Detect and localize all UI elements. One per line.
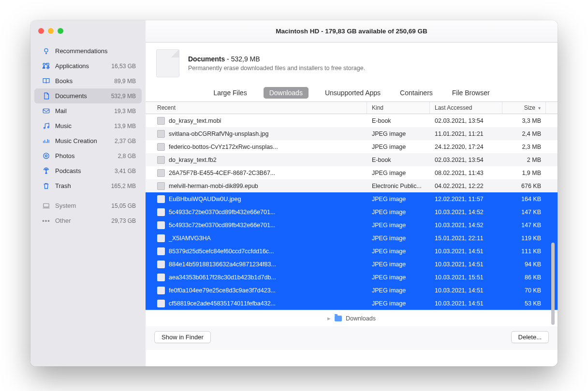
table-row[interactable]: federico-bottos-CvYz172xRwc-unsplas...JP… xyxy=(146,140,558,153)
table-row[interactable]: cf58819ce2ade45835174011fefba432...JPEG … xyxy=(146,297,558,310)
file-size: 2,4 MB xyxy=(502,130,546,137)
view-tabs: Large Files Downloads Unsupported Apps C… xyxy=(146,84,558,101)
mail-icon xyxy=(42,107,50,115)
sidebar-item-mail[interactable]: Mail19,3 MB xyxy=(34,103,142,118)
column-kind[interactable]: Kind xyxy=(367,102,430,114)
path-folder[interactable]: Downloads xyxy=(346,315,376,322)
table-row[interactable]: 5c4933c72be0370cd89fb432e66e701...JPEG i… xyxy=(146,218,558,232)
file-last-accessed: 02.03.2021, 13:54 xyxy=(430,117,502,124)
sidebar-item-label: Recommendations xyxy=(55,47,131,55)
file-last-accessed: 24.12.2020, 17:24 xyxy=(430,144,502,150)
zoom-window-button[interactable] xyxy=(58,28,63,34)
table-row[interactable]: fe0f0a104ee79e25ce8d3c9ae3f7d423...JPEG … xyxy=(146,284,558,297)
tab-large-files[interactable]: Large Files xyxy=(210,87,250,99)
music-icon xyxy=(42,122,50,130)
file-name: cf58819ce2ade45835174011fefba432... xyxy=(169,300,276,307)
file-size: 147 KB xyxy=(502,222,546,229)
table-row[interactable]: do_krasy_text.fb2E-book02.03.2021, 13:54… xyxy=(146,153,558,166)
sidebar-item-books[interactable]: Books89,9 MB xyxy=(34,73,142,88)
svg-point-5 xyxy=(47,127,49,128)
sidebar: RecommendationsApplications16,53 GBBooks… xyxy=(30,20,146,366)
file-name: fe0f0a104ee79e25ce8d3c9ae3f7d423... xyxy=(169,287,276,294)
file-last-accessed: 02.03.2021, 13:54 xyxy=(430,157,502,163)
footer-toolbar: Show in Finder Delete... xyxy=(146,326,558,350)
file-size: 1,9 MB xyxy=(502,170,546,176)
tab-downloads[interactable]: Downloads xyxy=(264,87,309,99)
sidebar-item-size: 16,53 GB xyxy=(111,63,136,70)
file-thumbnail-icon xyxy=(157,261,165,268)
tab-containers[interactable]: Containers xyxy=(397,87,436,99)
file-thumbnail-icon xyxy=(157,182,165,190)
sidebar-categories: RecommendationsApplications16,53 GBBooks… xyxy=(30,43,146,193)
table-row[interactable]: melvill-herman-mobi-dik899.epubElectroni… xyxy=(146,179,558,192)
file-thumbnail-icon xyxy=(157,195,165,203)
file-thumbnail-icon xyxy=(157,274,165,281)
close-window-button[interactable] xyxy=(38,28,44,34)
file-size: 111 KB xyxy=(502,248,546,255)
photos-icon xyxy=(42,152,50,160)
sidebar-item-size: 15,05 GB xyxy=(111,203,136,209)
garage-icon xyxy=(42,137,50,145)
sidebar-item-podcasts[interactable]: Podcasts3,41 GB xyxy=(34,163,142,178)
show-in-finder-button[interactable]: Show in Finder xyxy=(154,331,211,343)
path-bar: ▸ Downloads xyxy=(146,310,558,326)
file-kind: JPEG image xyxy=(367,209,430,216)
tab-file-browser[interactable]: File Browser xyxy=(449,87,493,99)
sidebar-item-music[interactable]: Music13,9 MB xyxy=(34,118,142,133)
file-thumbnail-icon xyxy=(157,156,165,164)
file-name: 5c4933c72be0370cd89fb432e66e701... xyxy=(169,209,275,216)
file-name: do_krasy_text.mobi xyxy=(169,117,221,124)
file-last-accessed: 10.03.2021, 14:51 xyxy=(430,287,502,294)
tab-unsupported-apps[interactable]: Unsupported Apps xyxy=(322,87,383,99)
category-heading: Documents - 532,9 MB xyxy=(188,55,365,63)
scrollbar-thumb[interactable] xyxy=(551,243,555,325)
category-info: Documents - 532,9 MB Permanently erase d… xyxy=(146,43,558,84)
folder-icon xyxy=(335,316,342,321)
sidebar-item-label: Photos xyxy=(55,152,113,159)
file-name: 26A75F7B-E455-4CEF-8687-2C3B67... xyxy=(169,170,275,176)
file-name: aea34353b0617f28c30d1b423b1d7db... xyxy=(169,274,276,281)
column-size[interactable]: Size▾ xyxy=(502,102,546,114)
column-headers: Recent Kind Last Accessed Size▾ xyxy=(146,101,558,114)
apps-icon xyxy=(42,62,50,70)
podcast-icon xyxy=(42,167,50,175)
file-kind: JPEG image xyxy=(367,248,430,255)
sidebar-item-recommendations[interactable]: Recommendations xyxy=(34,43,142,58)
file-name: 85379d25d5cefc84ef60ccd7ccfdd16c... xyxy=(169,248,274,255)
file-name: melvill-herman-mobi-dik899.epub xyxy=(169,183,258,189)
table-row[interactable]: 26A75F7B-E455-4CEF-8687-2C3B67...JPEG im… xyxy=(146,166,558,179)
sidebar-item-music-creation[interactable]: Music Creation2,37 GB xyxy=(34,133,142,148)
sidebar-item-size: 3,41 GB xyxy=(115,168,136,174)
table-row[interactable]: 85379d25d5cefc84ef60ccd7ccfdd16c...JPEG … xyxy=(146,245,558,258)
table-row[interactable]: aea34353b0617f28c30d1b423b1d7db...JPEG i… xyxy=(146,271,558,284)
chevron-right-icon: ▸ xyxy=(327,315,331,322)
table-row[interactable]: 5c4933c72be0370cd89fb432e66e701...JPEG i… xyxy=(146,205,558,218)
file-kind: JPEG image xyxy=(367,196,430,203)
window-title: Macintosh HD - 179,83 GB available of 25… xyxy=(146,20,558,43)
table-row[interactable]: 884e14b59188136632a4c9871234f83...JPEG i… xyxy=(146,258,558,271)
sidebar-item-trash[interactable]: Trash165,2 MB xyxy=(34,178,142,193)
file-thumbnail-icon xyxy=(157,300,165,307)
delete-button[interactable]: Delete... xyxy=(511,331,549,343)
column-name[interactable]: Recent xyxy=(146,102,367,114)
table-row[interactable]: EuBHbuiWQAUDw0U.jpegJPEG image12.02.2021… xyxy=(146,192,558,205)
bulb-icon xyxy=(42,47,50,55)
file-kind: JPEG image xyxy=(367,235,430,242)
main-panel: Macintosh HD - 179,83 GB available of 25… xyxy=(146,20,558,366)
minimize-window-button[interactable] xyxy=(48,28,54,34)
file-thumbnail-icon xyxy=(157,287,165,294)
sidebar-item-applications[interactable]: Applications16,53 GB xyxy=(34,58,142,73)
table-row[interactable]: do_krasy_text.mobiE-book02.03.2021, 13:5… xyxy=(146,114,558,127)
sidebar-item-label: Podcasts xyxy=(55,167,110,174)
sidebar-item-documents[interactable]: Documents532,9 MB xyxy=(34,88,142,103)
table-row[interactable]: _X5IAMVG3HAJPEG image15.01.2021, 22:1111… xyxy=(146,232,558,245)
file-size: 2 MB xyxy=(502,157,546,163)
sidebar-item-size: 13,9 MB xyxy=(114,123,136,130)
table-row[interactable]: svitlana-obCGRRafVNg-unsplash.jpgJPEG im… xyxy=(146,127,558,140)
column-last-accessed[interactable]: Last Accessed xyxy=(430,102,502,114)
sidebar-system-categories: System15,05 GB•••Other29,73 GB xyxy=(30,198,146,228)
sidebar-item-photos[interactable]: Photos2,8 GB xyxy=(34,148,142,163)
doc-icon xyxy=(42,92,50,100)
file-kind: JPEG image xyxy=(367,287,430,294)
file-last-accessed: 11.01.2021, 11:21 xyxy=(430,130,502,137)
